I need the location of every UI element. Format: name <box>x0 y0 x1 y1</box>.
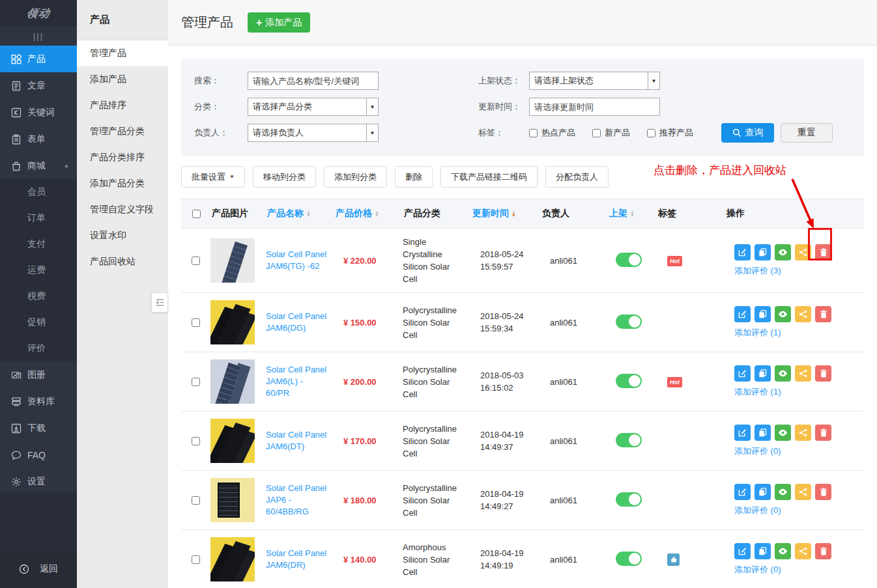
preview-button[interactable] <box>775 425 791 441</box>
add-product-button[interactable]: +添加产品 <box>248 12 310 33</box>
delete-button[interactable] <box>815 484 831 500</box>
row-checkbox[interactable] <box>192 378 200 386</box>
sidebar-item-faq[interactable]: FAQ <box>0 441 77 468</box>
product-name-link[interactable]: Solar Cell Panel JAP6 - 60/4BB/RG <box>266 483 334 518</box>
edit-button[interactable] <box>734 244 751 260</box>
back-button[interactable]: 返回 <box>0 550 77 588</box>
add-review-link[interactable]: 添加评价 (0) <box>734 564 781 576</box>
submenu-item[interactable]: 设置水印 <box>77 223 168 249</box>
publish-toggle[interactable] <box>616 552 642 566</box>
submenu-item[interactable]: 产品分类排序 <box>77 145 168 171</box>
share-button[interactable] <box>795 365 811 382</box>
toolbar-button[interactable]: 添加到分类 <box>324 166 387 188</box>
tag-option[interactable]: 新产品 <box>592 127 630 139</box>
add-review-link[interactable]: 添加评价 (1) <box>734 327 781 339</box>
sidebar-item-keyword[interactable]: 关键词 <box>0 99 77 126</box>
publish-toggle[interactable] <box>616 315 642 329</box>
query-button[interactable]: 查询 <box>721 123 774 143</box>
submenu-collapse-handle[interactable] <box>151 292 168 313</box>
sidebar-item-grid[interactable]: 产品 <box>0 46 77 72</box>
row-checkbox[interactable] <box>192 257 200 265</box>
sidebar-subitem[interactable]: 运费 <box>0 257 77 283</box>
copy-button[interactable] <box>755 543 771 559</box>
tag-option[interactable]: 热点产品 <box>529 127 575 139</box>
toolbar-button[interactable]: 下载产品链接二维码 <box>440 166 538 188</box>
column-header[interactable]: 产品名称▲▼ <box>266 208 334 219</box>
product-name-link[interactable]: Solar Cell Panel JAM6(TG) -62 <box>266 249 334 272</box>
product-name-link[interactable]: Solar Cell Panel JAM6(L) - 60/PR <box>266 364 334 399</box>
submenu-item[interactable]: 添加产品分类 <box>77 171 168 197</box>
sidebar-subitem[interactable]: 促销 <box>0 309 77 335</box>
submenu-item[interactable]: 添加产品 <box>77 66 168 92</box>
sidebar-item-gallery[interactable]: 图册 <box>0 361 77 388</box>
delete-button[interactable] <box>815 365 831 382</box>
add-review-link[interactable]: 添加评价 (3) <box>734 265 781 277</box>
tag-checkbox[interactable] <box>529 129 538 137</box>
search-input[interactable] <box>248 72 379 90</box>
publish-toggle[interactable] <box>616 492 642 507</box>
sidebar-item-library[interactable]: 资料库 <box>0 388 77 415</box>
delete-button[interactable] <box>815 543 831 559</box>
update-time-input[interactable] <box>529 98 660 116</box>
sidebar-subitem[interactable]: 会员 <box>0 179 77 205</box>
sidebar-subitem[interactable]: 订单 <box>0 205 77 231</box>
column-header[interactable]: 上架▲▼ <box>608 208 657 219</box>
owner-select[interactable]: 请选择负责人 ▼ <box>248 124 379 142</box>
delete-button[interactable] <box>815 425 831 441</box>
product-name-link[interactable]: Solar Cell Panel JAM6(DR) <box>266 548 334 571</box>
sidebar-item-mall[interactable]: 商城▲ <box>0 152 77 179</box>
sidebar-collapse-button[interactable]: ||| <box>0 26 77 46</box>
row-checkbox[interactable] <box>192 555 200 564</box>
product-name-link[interactable]: Solar Cell Panel JAM6(DG) <box>266 311 334 334</box>
share-button[interactable] <box>795 484 811 500</box>
share-button[interactable] <box>795 543 811 559</box>
product-name-link[interactable]: Solar Cell Panel JAM6(DT) <box>266 429 334 453</box>
submenu-item[interactable]: 管理产品分类 <box>77 119 168 145</box>
column-header[interactable]: 产品价格▲▼ <box>334 208 403 219</box>
row-checkbox[interactable] <box>192 318 200 327</box>
status-select[interactable]: 请选择上架状态 ▼ <box>529 72 660 90</box>
publish-toggle[interactable] <box>616 433 642 447</box>
sidebar-subitem[interactable]: 支付 <box>0 231 77 257</box>
tag-checkbox[interactable] <box>647 129 655 137</box>
preview-button[interactable] <box>775 543 791 559</box>
submenu-item[interactable]: 产品排序 <box>77 92 168 119</box>
copy-button[interactable] <box>755 244 771 260</box>
tag-option[interactable]: 推荐产品 <box>647 127 693 139</box>
toolbar-button[interactable]: 批量设置▼ <box>181 166 245 188</box>
toolbar-button[interactable]: 删除 <box>395 166 433 188</box>
preview-button[interactable] <box>775 244 791 260</box>
submenu-item[interactable]: 管理产品 <box>77 40 168 66</box>
sidebar-subitem[interactable]: 评价 <box>0 335 77 361</box>
add-review-link[interactable]: 添加评价 (0) <box>734 445 781 457</box>
share-button[interactable] <box>795 425 811 441</box>
edit-button[interactable] <box>734 306 751 322</box>
submenu-item[interactable]: 产品回收站 <box>77 249 168 275</box>
select-all-checkbox[interactable] <box>192 210 201 218</box>
sidebar-item-form[interactable]: 表单 <box>0 126 77 152</box>
preview-button[interactable] <box>775 306 791 322</box>
copy-button[interactable] <box>755 306 771 322</box>
copy-button[interactable] <box>755 425 771 441</box>
delete-button[interactable] <box>815 306 831 322</box>
edit-button[interactable] <box>734 484 751 500</box>
tag-checkbox[interactable] <box>592 129 601 137</box>
row-checkbox[interactable] <box>192 437 200 445</box>
edit-button[interactable] <box>734 425 751 441</box>
publish-toggle[interactable] <box>616 253 642 267</box>
category-select[interactable]: 请选择产品分类 ▼ <box>248 98 379 116</box>
preview-button[interactable] <box>775 484 791 500</box>
sidebar-subitem[interactable]: 税费 <box>0 283 77 309</box>
submenu-item[interactable]: 管理自定义字段 <box>77 197 168 223</box>
copy-button[interactable] <box>755 484 771 500</box>
edit-button[interactable] <box>734 365 751 382</box>
sidebar-item-download[interactable]: 下载 <box>0 415 77 441</box>
sidebar-item-article[interactable]: 文章 <box>0 72 77 99</box>
delete-button[interactable] <box>815 244 831 260</box>
row-checkbox[interactable] <box>192 496 200 505</box>
share-button[interactable] <box>795 244 811 260</box>
column-header[interactable]: 更新时间▲▼ <box>471 208 541 219</box>
edit-button[interactable] <box>734 543 751 559</box>
add-review-link[interactable]: 添加评价 (1) <box>734 386 781 398</box>
publish-toggle[interactable] <box>616 374 642 388</box>
